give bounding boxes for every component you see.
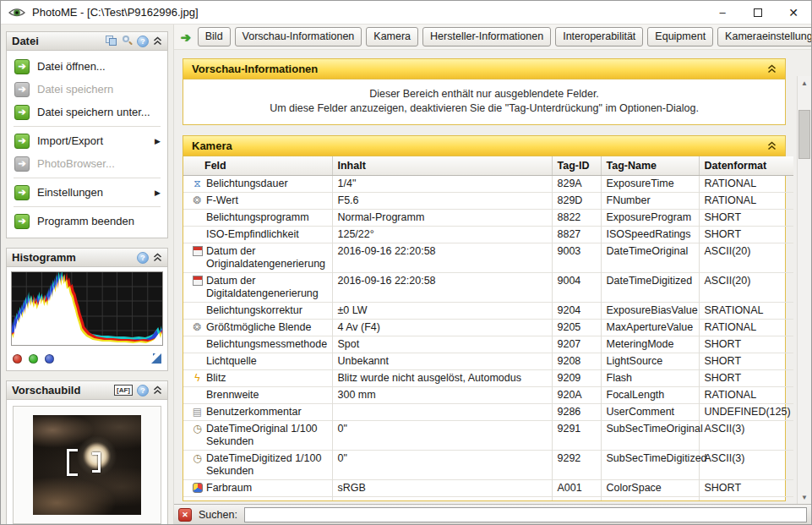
table-row[interactable]: ❂F-WertF5.6829DFNumberRATIONAL — [183, 193, 793, 210]
collapse-chevron-icon[interactable] — [767, 64, 777, 74]
cell-tag-id: 8822 — [552, 210, 601, 227]
expand-histogram-icon[interactable] — [151, 353, 161, 364]
column-header-tag-name[interactable]: Tag-Name — [601, 156, 699, 176]
column-header-tag-id[interactable]: Tag-ID — [552, 156, 601, 176]
table-row[interactable]: BelichtungsmessmethodeSpot9207MeteringMo… — [183, 336, 793, 353]
tab-vorschau-informationen[interactable]: Vorschau-Informationen — [235, 27, 362, 46]
cell-inhalt[interactable] — [332, 404, 552, 421]
tab-kamera[interactable]: Kamera — [366, 27, 418, 46]
feld-label: Größtmögliche Blende — [206, 321, 327, 334]
cell-inhalt[interactable]: Unbekannt — [332, 353, 552, 370]
colorspace-icon — [193, 483, 203, 493]
table-row[interactable]: LichtquelleUnbekannt9208LightSourceSHORT — [183, 353, 793, 370]
cell-datenformat: SRATIONAL — [699, 303, 793, 320]
cell-inhalt[interactable]: Blitz wurde nicht ausgelöst, Automodus — [332, 370, 552, 387]
cell-inhalt[interactable]: ±0 LW — [332, 303, 552, 320]
cell-inhalt[interactable]: 2016-09-16 22:20:58 — [332, 273, 552, 303]
kamera-header[interactable]: Kamera — [183, 136, 785, 156]
arrow-icon: ➔ — [14, 156, 30, 172]
cell-inhalt[interactable]: 300 mm — [332, 387, 552, 404]
cell-tag-id: 9292 — [552, 451, 601, 480]
menu-item-programm-beenden[interactable]: ➔Programm beenden — [7, 210, 167, 232]
tab-bild[interactable]: Bild — [198, 27, 231, 46]
table-row[interactable]: ❂Größtmögliche Blende4 Av (F4)9205MaxApe… — [183, 320, 793, 336]
minimize-button[interactable]: – — [705, 1, 740, 24]
cell-inhalt[interactable]: Normal-Programm — [332, 210, 552, 227]
table-row[interactable]: ISO-Empfindlichkeit125/22°8827ISOSpeedRa… — [183, 227, 793, 243]
tab-interoperabilität[interactable]: Interoperabilität — [555, 27, 643, 46]
column-header-feld[interactable]: Feld — [183, 156, 332, 176]
feld-label: F-Wert — [206, 194, 327, 207]
table-row[interactable]: ⧖Belichtungsdauer1/4"829AExposureTimeRAT… — [183, 176, 793, 193]
feld-label: ISO-Empfindlichkeit — [206, 228, 327, 241]
scroll-down-arrow[interactable]: ▼ — [798, 490, 811, 504]
table-row[interactable]: Belichtungskorrektur±0 LW9204ExposureBia… — [183, 303, 793, 320]
close-button[interactable]: ✕ — [776, 1, 811, 24]
table-row[interactable]: FarbraumsRGBA001ColorSpaceSHORT — [183, 480, 793, 497]
af-frame-icon[interactable]: [AF] — [114, 385, 133, 396]
help-icon[interactable]: ? — [137, 36, 149, 47]
row-icon-slot: ❂ — [188, 194, 206, 207]
table-row[interactable]: Brennweite300 mm920AFocalLengthRATIONAL — [183, 387, 793, 404]
table-row[interactable]: BelichtungsprogrammNormal-Programm8822Ex… — [183, 210, 793, 227]
cell-inhalt[interactable]: 1/4" — [332, 176, 552, 193]
cell-inhalt[interactable]: 4 Av (F4) — [332, 320, 552, 336]
table-row[interactable]: ϟBlitzBlitz wurde nicht ausgelöst, Autom… — [183, 370, 793, 387]
cell-inhalt[interactable]: sRGB — [332, 480, 552, 497]
cell-tag-id: 9286 — [552, 404, 601, 421]
tab-hersteller-informationen[interactable]: Hersteller-Informationen — [422, 27, 551, 46]
maximize-button[interactable] — [740, 1, 776, 24]
menu-item-label: PhotoBrowser... — [37, 157, 161, 170]
cell-inhalt[interactable]: Spot — [332, 336, 552, 353]
table-row[interactable]: ◷DateTimeDigitized 1/100 Sekunden0"9292S… — [183, 451, 793, 480]
cell-inhalt[interactable]: 125/22° — [332, 227, 552, 243]
table-row[interactable]: ▤Benutzerkommentar9286UserCommentUNDEFIN… — [183, 404, 793, 421]
search-bar: ✕ Suchen: — [174, 504, 811, 524]
collapse-chevron-icon[interactable] — [767, 141, 777, 150]
scrollbar-thumb[interactable] — [798, 110, 810, 159]
preview-image[interactable] — [33, 415, 141, 515]
menu-item-label: Datei öffnen... — [37, 60, 161, 73]
table-row[interactable]: Datum der Digitaldatengenerierung2016-09… — [183, 273, 793, 303]
menu-item-datei-speichern-unter-[interactable]: ➔Datei speichern unter... — [7, 101, 167, 123]
vorschaubild-panel-header: Vorschaubild [AF] ? — [7, 381, 167, 400]
layers-icon[interactable] — [106, 36, 117, 46]
cell-inhalt[interactable]: 2016-09-16 22:20:58 — [332, 243, 552, 273]
vorschau-informationen-header[interactable]: Vorschau-Informationen — [183, 59, 785, 79]
cell-tag-name: SubSecTimeOriginal — [601, 421, 699, 451]
tab-equipment[interactable]: Equipment — [647, 27, 713, 46]
help-icon[interactable]: ? — [137, 385, 149, 396]
cell-inhalt[interactable]: 0" — [332, 451, 552, 480]
blue-channel-dot[interactable] — [45, 354, 54, 364]
scroll-up-arrow[interactable]: ▲ — [798, 76, 811, 90]
column-header-inhalt[interactable]: Inhalt — [332, 156, 552, 176]
table-row[interactable] — [183, 497, 793, 501]
help-icon[interactable]: ? — [137, 252, 149, 264]
menu-item-label: Datei speichern — [37, 83, 161, 96]
go-arrow-icon[interactable]: ➔ — [181, 30, 191, 44]
main-area: ➔ BildVorschau-InformationenKameraHerste… — [174, 25, 811, 524]
search-input[interactable] — [244, 507, 807, 522]
column-header-datenformat[interactable]: Datenformat — [699, 156, 793, 176]
cell-inhalt[interactable]: 0" — [332, 421, 552, 451]
vertical-scrollbar[interactable]: ▲ ▼ — [797, 76, 811, 504]
cell-inhalt[interactable] — [332, 497, 552, 501]
menu-item-einstellungen[interactable]: ➔Einstellungen▶ — [7, 181, 167, 204]
close-search-icon[interactable]: ✕ — [178, 508, 192, 522]
collapse-chevron-icon[interactable] — [153, 36, 162, 46]
table-row[interactable]: ◷DateTimeOriginal 1/100 Sekunden0"9291Su… — [183, 421, 793, 451]
red-channel-dot[interactable] — [13, 354, 22, 364]
cell-inhalt[interactable]: F5.6 — [332, 193, 552, 210]
collapse-chevron-icon[interactable] — [153, 253, 162, 262]
menu-item-import-export[interactable]: ➔Import/Export▶ — [7, 129, 167, 152]
cell-tag-id: 920A — [552, 387, 601, 404]
menu-item-datei-öffnen-[interactable]: ➔Datei öffnen... — [7, 55, 167, 78]
arrow-icon: ➔ — [14, 214, 30, 229]
tab-kameraeinstellungen[interactable]: Kameraeinstellungen — [717, 27, 812, 46]
green-channel-dot[interactable] — [29, 354, 38, 364]
search-icon[interactable] — [122, 36, 133, 46]
clock-icon: ◷ — [193, 452, 201, 464]
collapse-chevron-icon[interactable] — [153, 386, 162, 395]
table-row[interactable]: Datum der Originaldatengenerierung2016-0… — [183, 243, 793, 273]
cell-feld: Datum der Digitaldatengenerierung — [183, 273, 332, 303]
